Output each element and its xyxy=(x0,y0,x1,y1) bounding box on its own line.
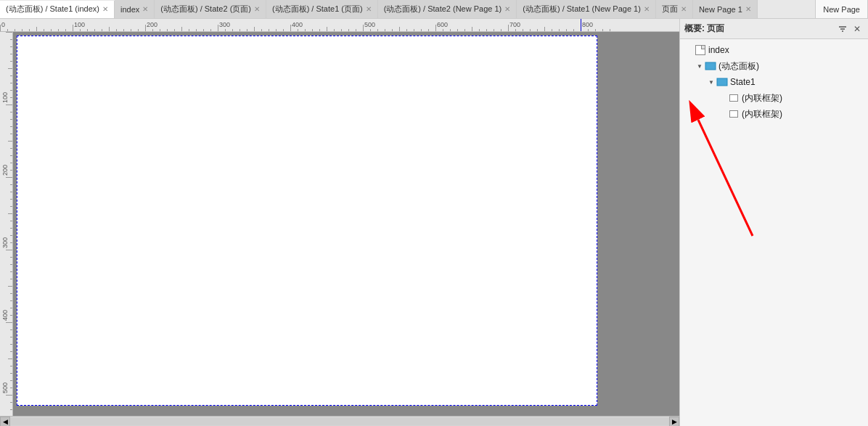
state1-icon xyxy=(716,76,728,88)
tab-close-icon[interactable]: ✕ xyxy=(102,5,108,13)
page-icon xyxy=(695,45,705,55)
svg-rect-3 xyxy=(705,62,716,70)
tab-label: New Page 1 xyxy=(699,5,742,14)
canvas-scroll-area[interactable] xyxy=(13,32,679,416)
tab-close-icon[interactable]: ✕ xyxy=(142,5,148,13)
tree-item-inline-frame-2[interactable]: (内联框架) xyxy=(680,106,868,122)
svg-rect-4 xyxy=(717,78,727,86)
page-icon-index xyxy=(695,44,706,56)
tab-label: (动态面板) / State2 (页面) xyxy=(160,4,251,15)
tree-item-inline-frame-1[interactable]: (内联框架) xyxy=(680,90,868,106)
new-page-button[interactable]: New Page xyxy=(815,0,868,18)
filter-icon xyxy=(838,25,847,33)
tab-close-icon[interactable]: ✕ xyxy=(644,5,650,13)
tab-label: (动态面板) / State1 (页面) xyxy=(272,4,363,15)
tree-item-state1[interactable]: ▼ State1 xyxy=(680,74,868,90)
tab-bar: (动态面板) / State1 (index) ✕ index ✕ (动态面板)… xyxy=(0,0,868,19)
tab-label: 页面 xyxy=(662,4,678,15)
ruler-left-canvas xyxy=(0,32,13,416)
tab-dynamic-state2-page[interactable]: (动态面板) / State2 (页面) ✕ xyxy=(155,0,266,18)
tab-close-icon[interactable]: ✕ xyxy=(366,5,372,13)
panel-tree: index ▼ (动态面板) ▼ S xyxy=(680,39,868,236)
tree-item-index[interactable]: index xyxy=(680,42,868,58)
expand-icon-frame1 xyxy=(718,93,728,103)
expand-icon-dynamic-panel[interactable]: ▼ xyxy=(695,61,705,71)
tab-label: (动态面板) / State1 (New Page 1) xyxy=(523,4,641,15)
ruler-left xyxy=(0,32,13,416)
tree-label-index: index xyxy=(708,45,729,55)
tab-dynamic-state2-newpage1[interactable]: (动态面板) / State2 (New Page 1) ✕ xyxy=(378,0,517,18)
tab-close-icon[interactable]: ✕ xyxy=(254,5,260,13)
scroll-track xyxy=(10,418,669,425)
canvas-inner xyxy=(13,32,623,416)
right-panel: 概要: 页面 ✕ index ▼ xyxy=(679,19,868,426)
tree-item-dynamic-panel[interactable]: ▼ (动态面板) xyxy=(680,58,868,74)
expand-icon-frame2 xyxy=(718,109,728,119)
frame2-icon xyxy=(728,108,740,120)
main-layout: ◀ ▶ 概要: 页面 ✕ xyxy=(0,19,868,426)
frame-icon xyxy=(729,94,738,102)
filter-button[interactable] xyxy=(836,22,849,36)
tab-index[interactable]: index ✕ xyxy=(115,0,155,18)
tab-label: (动态面板) / State1 (index) xyxy=(6,4,99,15)
scroll-left-btn[interactable]: ◀ xyxy=(0,417,10,427)
new-page-label: New Page xyxy=(823,5,860,14)
panel-close-button[interactable]: ✕ xyxy=(851,22,864,36)
ruler-top-canvas xyxy=(0,19,617,32)
frame1-icon xyxy=(728,92,740,104)
dynamic-panel-icon xyxy=(705,60,716,72)
tab-label: index xyxy=(120,5,139,14)
tab-new-page1[interactable]: New Page 1 ✕ xyxy=(693,0,758,18)
tab-dynamic-state1-index[interactable]: (动态面板) / State1 (index) ✕ xyxy=(0,1,115,19)
dynamic-panel-svg xyxy=(705,62,716,70)
tree-label-frame2: (内联框架) xyxy=(742,108,782,120)
scroll-right-btn[interactable]: ▶ xyxy=(669,417,679,427)
tab-dynamic-state1-newpage1[interactable]: (动态面板) / State1 (New Page 1) ✕ xyxy=(517,0,656,18)
state1-svg xyxy=(716,78,728,86)
tree-label-frame1: (内联框架) xyxy=(742,92,782,105)
horizontal-scrollbar[interactable]: ◀ ▶ xyxy=(0,416,679,426)
tab-label: (动态面板) / State2 (New Page 1) xyxy=(384,4,502,15)
frame-icon-2 xyxy=(729,110,738,118)
panel-arrow-container xyxy=(680,236,868,427)
tab-close-icon[interactable]: ✕ xyxy=(745,5,751,13)
ruler-top xyxy=(0,19,679,32)
expand-icon-state1[interactable]: ▼ xyxy=(706,77,716,87)
tab-page[interactable]: 页面 ✕ xyxy=(656,0,693,18)
panel-title: 概要: 页面 xyxy=(684,22,835,35)
tree-label-dynamic-panel: (动态面板) xyxy=(718,60,759,73)
canvas-area: ◀ ▶ xyxy=(0,19,679,426)
expand-icon-index xyxy=(684,45,695,55)
tab-close-icon[interactable]: ✕ xyxy=(504,5,510,13)
page-canvas xyxy=(17,36,597,406)
tab-dynamic-state1-page[interactable]: (动态面板) / State1 (页面) ✕ xyxy=(266,0,378,18)
tree-label-state1: State1 xyxy=(730,77,756,87)
canvas-with-ruler xyxy=(0,32,679,416)
tab-close-icon[interactable]: ✕ xyxy=(681,5,687,13)
panel-toolbar: 概要: 页面 ✕ xyxy=(680,19,868,39)
